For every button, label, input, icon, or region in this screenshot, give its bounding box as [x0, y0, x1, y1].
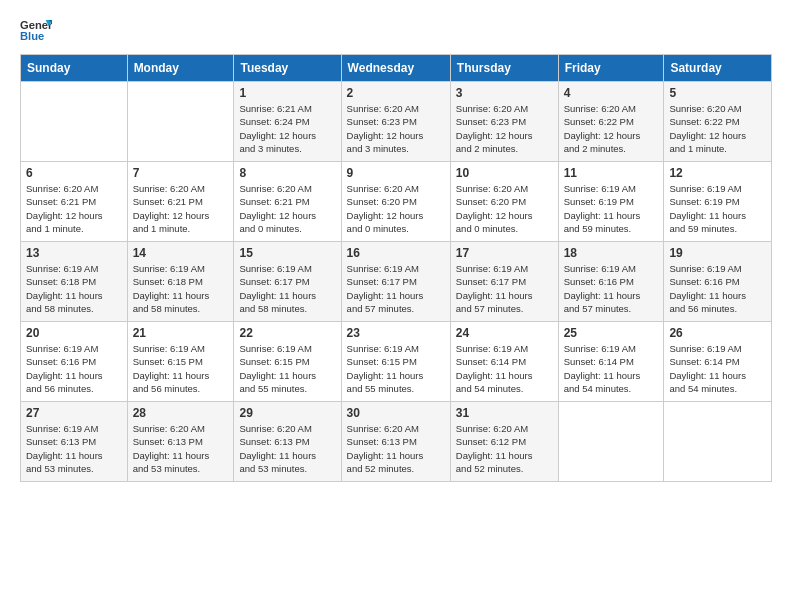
calendar-cell: 9Sunrise: 6:20 AMSunset: 6:20 PMDaylight… — [341, 162, 450, 242]
day-number: 7 — [133, 166, 229, 180]
day-number: 15 — [239, 246, 335, 260]
svg-text:Blue: Blue — [20, 30, 44, 42]
day-number: 14 — [133, 246, 229, 260]
calendar-cell: 18Sunrise: 6:19 AMSunset: 6:16 PMDayligh… — [558, 242, 664, 322]
calendar-cell: 8Sunrise: 6:20 AMSunset: 6:21 PMDaylight… — [234, 162, 341, 242]
header: General Blue — [20, 16, 772, 44]
day-info: Sunrise: 6:20 AMSunset: 6:23 PMDaylight:… — [456, 102, 553, 155]
day-number: 5 — [669, 86, 766, 100]
day-info: Sunrise: 6:20 AMSunset: 6:20 PMDaylight:… — [347, 182, 445, 235]
day-info: Sunrise: 6:19 AMSunset: 6:13 PMDaylight:… — [26, 422, 122, 475]
day-info: Sunrise: 6:20 AMSunset: 6:21 PMDaylight:… — [239, 182, 335, 235]
day-info: Sunrise: 6:19 AMSunset: 6:16 PMDaylight:… — [669, 262, 766, 315]
calendar-cell: 6Sunrise: 6:20 AMSunset: 6:21 PMDaylight… — [21, 162, 128, 242]
calendar-cell: 1Sunrise: 6:21 AMSunset: 6:24 PMDaylight… — [234, 82, 341, 162]
day-info: Sunrise: 6:19 AMSunset: 6:16 PMDaylight:… — [564, 262, 659, 315]
day-info: Sunrise: 6:19 AMSunset: 6:15 PMDaylight:… — [133, 342, 229, 395]
calendar-cell: 11Sunrise: 6:19 AMSunset: 6:19 PMDayligh… — [558, 162, 664, 242]
calendar-header-row: SundayMondayTuesdayWednesdayThursdayFrid… — [21, 55, 772, 82]
calendar-cell: 15Sunrise: 6:19 AMSunset: 6:17 PMDayligh… — [234, 242, 341, 322]
day-info: Sunrise: 6:19 AMSunset: 6:14 PMDaylight:… — [669, 342, 766, 395]
calendar-cell: 7Sunrise: 6:20 AMSunset: 6:21 PMDaylight… — [127, 162, 234, 242]
calendar-cell: 17Sunrise: 6:19 AMSunset: 6:17 PMDayligh… — [450, 242, 558, 322]
day-info: Sunrise: 6:19 AMSunset: 6:16 PMDaylight:… — [26, 342, 122, 395]
day-info: Sunrise: 6:19 AMSunset: 6:18 PMDaylight:… — [26, 262, 122, 315]
day-number: 25 — [564, 326, 659, 340]
day-number: 20 — [26, 326, 122, 340]
calendar-cell: 25Sunrise: 6:19 AMSunset: 6:14 PMDayligh… — [558, 322, 664, 402]
day-number: 27 — [26, 406, 122, 420]
week-row-3: 13Sunrise: 6:19 AMSunset: 6:18 PMDayligh… — [21, 242, 772, 322]
day-number: 17 — [456, 246, 553, 260]
day-number: 6 — [26, 166, 122, 180]
calendar-cell — [664, 402, 772, 482]
day-info: Sunrise: 6:19 AMSunset: 6:14 PMDaylight:… — [456, 342, 553, 395]
day-info: Sunrise: 6:19 AMSunset: 6:15 PMDaylight:… — [239, 342, 335, 395]
calendar-cell: 4Sunrise: 6:20 AMSunset: 6:22 PMDaylight… — [558, 82, 664, 162]
day-info: Sunrise: 6:20 AMSunset: 6:21 PMDaylight:… — [26, 182, 122, 235]
day-number: 13 — [26, 246, 122, 260]
calendar-cell: 3Sunrise: 6:20 AMSunset: 6:23 PMDaylight… — [450, 82, 558, 162]
day-info: Sunrise: 6:21 AMSunset: 6:24 PMDaylight:… — [239, 102, 335, 155]
calendar-cell — [558, 402, 664, 482]
logo-icon: General Blue — [20, 16, 52, 44]
day-number: 9 — [347, 166, 445, 180]
day-info: Sunrise: 6:20 AMSunset: 6:13 PMDaylight:… — [347, 422, 445, 475]
day-number: 12 — [669, 166, 766, 180]
day-info: Sunrise: 6:19 AMSunset: 6:14 PMDaylight:… — [564, 342, 659, 395]
day-number: 19 — [669, 246, 766, 260]
calendar-cell: 30Sunrise: 6:20 AMSunset: 6:13 PMDayligh… — [341, 402, 450, 482]
calendar-cell — [127, 82, 234, 162]
day-info: Sunrise: 6:20 AMSunset: 6:13 PMDaylight:… — [239, 422, 335, 475]
day-number: 11 — [564, 166, 659, 180]
week-row-5: 27Sunrise: 6:19 AMSunset: 6:13 PMDayligh… — [21, 402, 772, 482]
calendar-cell: 28Sunrise: 6:20 AMSunset: 6:13 PMDayligh… — [127, 402, 234, 482]
calendar-cell: 13Sunrise: 6:19 AMSunset: 6:18 PMDayligh… — [21, 242, 128, 322]
day-number: 18 — [564, 246, 659, 260]
day-info: Sunrise: 6:20 AMSunset: 6:22 PMDaylight:… — [669, 102, 766, 155]
calendar-cell: 16Sunrise: 6:19 AMSunset: 6:17 PMDayligh… — [341, 242, 450, 322]
day-number: 31 — [456, 406, 553, 420]
calendar-cell: 12Sunrise: 6:19 AMSunset: 6:19 PMDayligh… — [664, 162, 772, 242]
page: General Blue SundayMondayTuesdayWednesda… — [0, 0, 792, 612]
calendar-cell: 23Sunrise: 6:19 AMSunset: 6:15 PMDayligh… — [341, 322, 450, 402]
day-number: 2 — [347, 86, 445, 100]
day-info: Sunrise: 6:20 AMSunset: 6:21 PMDaylight:… — [133, 182, 229, 235]
calendar-cell: 14Sunrise: 6:19 AMSunset: 6:18 PMDayligh… — [127, 242, 234, 322]
day-number: 8 — [239, 166, 335, 180]
calendar-table: SundayMondayTuesdayWednesdayThursdayFrid… — [20, 54, 772, 482]
day-info: Sunrise: 6:20 AMSunset: 6:22 PMDaylight:… — [564, 102, 659, 155]
day-info: Sunrise: 6:20 AMSunset: 6:13 PMDaylight:… — [133, 422, 229, 475]
logo: General Blue — [20, 16, 56, 44]
week-row-4: 20Sunrise: 6:19 AMSunset: 6:16 PMDayligh… — [21, 322, 772, 402]
day-number: 29 — [239, 406, 335, 420]
calendar-cell: 24Sunrise: 6:19 AMSunset: 6:14 PMDayligh… — [450, 322, 558, 402]
calendar-cell: 19Sunrise: 6:19 AMSunset: 6:16 PMDayligh… — [664, 242, 772, 322]
calendar-cell: 27Sunrise: 6:19 AMSunset: 6:13 PMDayligh… — [21, 402, 128, 482]
day-number: 4 — [564, 86, 659, 100]
calendar-cell: 20Sunrise: 6:19 AMSunset: 6:16 PMDayligh… — [21, 322, 128, 402]
day-header-wednesday: Wednesday — [341, 55, 450, 82]
day-header-friday: Friday — [558, 55, 664, 82]
day-header-saturday: Saturday — [664, 55, 772, 82]
day-header-monday: Monday — [127, 55, 234, 82]
day-info: Sunrise: 6:20 AMSunset: 6:23 PMDaylight:… — [347, 102, 445, 155]
calendar-cell: 10Sunrise: 6:20 AMSunset: 6:20 PMDayligh… — [450, 162, 558, 242]
day-number: 3 — [456, 86, 553, 100]
day-number: 22 — [239, 326, 335, 340]
day-info: Sunrise: 6:19 AMSunset: 6:17 PMDaylight:… — [456, 262, 553, 315]
day-info: Sunrise: 6:19 AMSunset: 6:19 PMDaylight:… — [669, 182, 766, 235]
day-header-thursday: Thursday — [450, 55, 558, 82]
day-info: Sunrise: 6:19 AMSunset: 6:15 PMDaylight:… — [347, 342, 445, 395]
day-number: 23 — [347, 326, 445, 340]
calendar-cell: 22Sunrise: 6:19 AMSunset: 6:15 PMDayligh… — [234, 322, 341, 402]
day-number: 26 — [669, 326, 766, 340]
calendar-cell — [21, 82, 128, 162]
day-info: Sunrise: 6:20 AMSunset: 6:12 PMDaylight:… — [456, 422, 553, 475]
calendar-cell: 26Sunrise: 6:19 AMSunset: 6:14 PMDayligh… — [664, 322, 772, 402]
day-number: 10 — [456, 166, 553, 180]
day-info: Sunrise: 6:19 AMSunset: 6:17 PMDaylight:… — [347, 262, 445, 315]
day-info: Sunrise: 6:19 AMSunset: 6:18 PMDaylight:… — [133, 262, 229, 315]
day-info: Sunrise: 6:19 AMSunset: 6:19 PMDaylight:… — [564, 182, 659, 235]
day-number: 24 — [456, 326, 553, 340]
